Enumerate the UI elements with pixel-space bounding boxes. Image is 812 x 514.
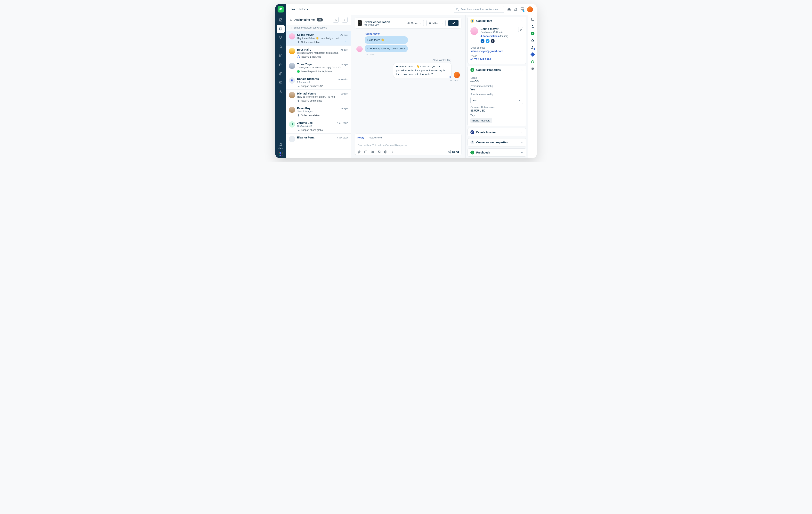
messages-scroll[interactable]: Selina Meyer Hello there 👋 I need help w… <box>351 30 465 134</box>
conversation-item[interactable]: Kevin Roy4d ago Sent 2 images Order canc… <box>286 104 351 119</box>
conversation-item[interactable]: J Jerome Bell9 Jan 2022 Outbound call Su… <box>286 119 351 134</box>
conversation-item[interactable]: Bess Kairo8m ago We have a few mandatory… <box>286 46 351 60</box>
chevron-double-down-icon[interactable] <box>448 75 452 79</box>
conversation-list: Selina Meyer2m ago Hey there Selina 👋 I … <box>286 31 351 158</box>
nav-billing[interactable] <box>277 70 285 78</box>
channel-icon: 📱 <box>358 20 362 26</box>
resolve-button[interactable] <box>448 20 459 26</box>
support-app-icon[interactable] <box>530 59 535 64</box>
contact-location: San Mateo, California <box>481 31 516 34</box>
panel-header-contact-properties[interactable]: i Contact Properties <box>468 66 526 74</box>
composer-toolbar: Send <box>357 150 459 154</box>
clock-icon <box>470 130 474 134</box>
camera-app-icon[interactable] <box>530 38 535 42</box>
avatar <box>289 92 295 98</box>
conversation-item[interactable]: Michael Young2d ago How do I cancel my o… <box>286 90 351 104</box>
menu-icon[interactable] <box>289 18 292 21</box>
freshdesk-panel: ❂ Freshdesk <box>467 148 526 156</box>
tag-chip[interactable]: Brand Advocate <box>470 118 492 123</box>
twitter-icon[interactable] <box>486 39 490 43</box>
nav-dashboard[interactable] <box>277 16 285 24</box>
svg-point-23 <box>386 151 386 152</box>
bell-icon[interactable] <box>514 7 518 11</box>
message-avatar <box>356 46 362 52</box>
user-app-icon[interactable] <box>530 24 535 29</box>
knowledge-icon[interactable] <box>371 150 374 154</box>
inbox-view-header: Assigned to me 34 <box>286 15 351 25</box>
conversation-item[interactable]: Selina Meyer2m ago Hey there Selina 👋 I … <box>286 31 351 46</box>
contact-icon: 👤 <box>470 19 474 23</box>
conversation-item[interactable]: R Ronald Richardsyesterday Inbound call … <box>286 75 351 90</box>
search-input[interactable]: Search conversation, contacts,etc. <box>454 6 504 13</box>
svg-point-20 <box>378 151 379 152</box>
svg-point-4 <box>280 38 281 39</box>
edit-contact-button[interactable] <box>518 27 523 32</box>
svg-point-11 <box>456 8 458 10</box>
email-value[interactable]: selina.meyer@gmail.com <box>470 50 523 53</box>
nav-settings[interactable]: ⋮ <box>277 88 285 96</box>
locale-value: en-GB <box>470 80 523 83</box>
premium-value: Yes <box>470 88 523 91</box>
phone-value[interactable]: +1 782 342 2398 <box>470 58 523 61</box>
chevron-down-icon <box>521 151 523 154</box>
panel-header-events[interactable]: Events timeline <box>468 128 526 136</box>
filter-button[interactable] <box>342 17 348 23</box>
conversation-item[interactable]: Yusra Zoya2h ago Thankyou so much for th… <box>286 60 351 75</box>
linkedin-icon[interactable]: in <box>481 39 485 43</box>
panel-header-contact-info[interactable]: 👤 Contact info <box>468 17 526 25</box>
nav-bot-flows[interactable]: ⋮ <box>277 34 285 42</box>
expand-icon[interactable] <box>530 17 535 22</box>
attachment-icon[interactable] <box>357 150 361 154</box>
chevron-down-icon <box>419 22 422 24</box>
send-button[interactable]: Send <box>447 150 459 154</box>
tags-label: Tags <box>470 114 523 117</box>
message-input[interactable] <box>357 142 459 150</box>
nav-knowledge[interactable] <box>277 52 285 60</box>
nav-rail: ⋮ ⋮ ⋮ ⋮ Five9 <box>275 4 286 158</box>
topbar: Team Inbox Search conversation, contacts… <box>286 4 537 15</box>
premium-select[interactable]: Yes <box>470 97 523 104</box>
tab-private-note[interactable]: Private Note <box>368 135 382 141</box>
conversation-item[interactable]: Eleanor Pena4 Jan 2022 <box>286 134 351 144</box>
message-bubble: Hey there Selina 👋 I see that you had pl… <box>393 63 452 78</box>
panel-header-conv-props[interactable]: Conversation properties <box>468 139 526 146</box>
sort-button[interactable] <box>333 17 339 23</box>
diamond-app-icon[interactable] <box>530 52 535 57</box>
tab-reply[interactable]: Reply <box>357 135 364 141</box>
more-icon[interactable] <box>390 150 394 154</box>
svg-point-24 <box>392 151 393 151</box>
message-avatar <box>454 72 460 78</box>
app-grid-icon[interactable] <box>279 152 283 156</box>
image-icon[interactable] <box>377 150 381 154</box>
conversations-link[interactable]: 4 Conversations <box>481 35 499 37</box>
availability-toggle[interactable] <box>520 7 524 12</box>
group-dropdown[interactable]: Group <box>405 20 424 26</box>
nav-contacts[interactable]: ⋮ <box>277 43 285 51</box>
assignee-dropdown[interactable]: Mike... <box>427 20 446 26</box>
gift-icon[interactable] <box>507 7 511 11</box>
current-user-avatar[interactable] <box>527 6 533 12</box>
emoji-icon[interactable] <box>384 150 387 154</box>
conversation-panel: 📱 Order cancellation via Mobile SDK Grou… <box>351 15 465 158</box>
apps-rail: i <box>528 15 537 158</box>
integration-five9[interactable]: Five9 <box>278 143 283 149</box>
locale-label: Locale <box>470 77 523 79</box>
nav-inbox[interactable] <box>277 25 285 33</box>
add-user-app-icon[interactable] <box>530 45 535 50</box>
apple-icon <box>297 99 300 102</box>
info-app-icon[interactable]: i <box>530 31 535 35</box>
nav-bots[interactable]: ⋮ <box>277 61 285 69</box>
canned-response-icon[interactable] <box>364 150 368 154</box>
conversation-header: 📱 Order cancellation via Mobile SDK Grou… <box>355 18 461 29</box>
sort-indicator[interactable]: Sorted by Newest conversations <box>286 25 351 31</box>
svg-point-34 <box>532 67 532 68</box>
svg-rect-14 <box>298 41 299 44</box>
facebook-icon[interactable]: f <box>491 39 495 43</box>
sliders-app-icon[interactable] <box>530 66 535 71</box>
chevron-down-icon <box>521 141 523 144</box>
view-label[interactable]: Assigned to me <box>294 18 315 21</box>
panel-header-freshdesk[interactable]: ❂ Freshdesk <box>468 149 526 156</box>
nav-chats[interactable] <box>277 79 285 87</box>
avatar <box>289 136 295 142</box>
status-check-icon <box>523 10 525 12</box>
